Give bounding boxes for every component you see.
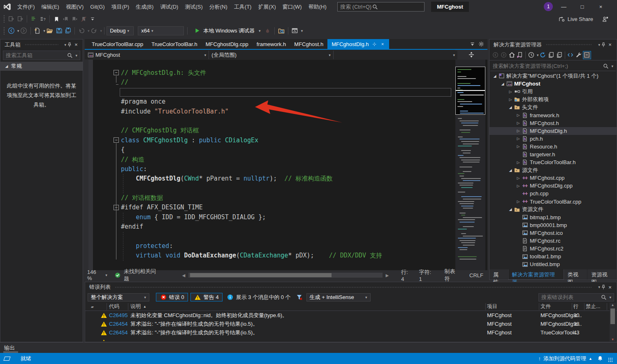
code-text[interactable]: // MFCghostDlg.h: 头文件//#pragma once#incl… [121, 68, 454, 261]
editor-tab[interactable]: TrueColorToolBar.h [147, 39, 202, 49]
code-line[interactable]: // [121, 78, 454, 87]
expand-arrow-icon[interactable]: ▷ [515, 199, 521, 204]
member-scope-select[interactable]: ▾ [334, 51, 457, 59]
code-line[interactable]: // MFCghostDlg.h: 头文件 [121, 68, 454, 78]
panel-drag-area[interactable] [546, 44, 592, 46]
collapse-arrow-icon[interactable]: ◢ [508, 105, 513, 109]
toolbox-search-input[interactable]: 搜索工具箱 ▾ [3, 51, 80, 60]
view-code-button[interactable] [566, 50, 575, 60]
tree-item[interactable]: ▷++MFCghostDlg.cpp [489, 182, 617, 190]
editor-tab[interactable]: MFCghost.h [290, 39, 327, 49]
tree-item[interactable]: ◢源文件 [489, 166, 617, 174]
bookmark-clear-button[interactable] [79, 14, 88, 24]
menu-help[interactable]: 帮助(H) [305, 0, 330, 14]
se-back-button[interactable] [491, 50, 499, 60]
tree-item[interactable]: ◢资源文件 [489, 206, 617, 213]
solution-configuration-select[interactable]: Debug▾ [107, 26, 134, 35]
add-to-source-control-button[interactable]: ↑ 添加到源代码管理 ▲ [538, 355, 592, 362]
scroll-right-icon[interactable]: ▶ [386, 273, 389, 278]
editor-tab[interactable]: TrueColorToolBar.cpp [88, 39, 147, 49]
tree-item[interactable]: htargetver.h [489, 151, 617, 158]
project-column-header[interactable]: 项目 [487, 302, 497, 311]
open-file-button[interactable] [45, 26, 54, 36]
code-line[interactable]: virtual void DoDataExchange(CDataExchang… [121, 251, 454, 260]
collapse-arrow-icon[interactable]: ◢ [508, 168, 513, 172]
tree-item[interactable]: ▷外部依赖项 [489, 95, 617, 103]
code-line[interactable]: // 对话框数据 [121, 193, 454, 203]
editor-splitter-handle[interactable] [455, 50, 487, 60]
expand-arrow-icon[interactable]: ▷ [515, 113, 521, 117]
error-list-scrollbar[interactable]: ▲ ▼ [610, 303, 616, 341]
active-documents-button[interactable] [468, 39, 477, 49]
tree-item[interactable]: ▷引用 [489, 88, 617, 95]
code-line[interactable] [121, 232, 454, 241]
tree-item[interactable]: ++pch.cpp [489, 190, 617, 197]
code-line[interactable]: class CMFCghostDlg : public CDialogEx [121, 136, 454, 145]
tool-window-tab[interactable]: 类视图 [564, 269, 588, 280]
new-file-button[interactable] [33, 26, 42, 36]
doc-export-2-button[interactable] [16, 14, 25, 24]
menu-window[interactable]: 窗口(W) [279, 0, 305, 14]
solution-explorer-toggle-button[interactable] [290, 26, 299, 36]
home-button[interactable] [508, 50, 516, 60]
expand-arrow-icon[interactable]: ▷ [515, 184, 521, 188]
error-list-row[interactable]: C26495未初始化变量 CMFCghostDlg::nid。始终初始化成员变量… [85, 311, 617, 320]
breakpoint-margin[interactable] [85, 60, 88, 270]
tree-item[interactable]: ◢解决方案"MFCghost"(1 个项目/共 1 个) [489, 72, 617, 80]
file-column-header[interactable]: 文件 [540, 302, 551, 311]
sync-active-document-button[interactable] [516, 50, 524, 60]
expand-arrow-icon[interactable]: ▷ [515, 137, 521, 141]
project-scope-select[interactable]: ++ MFCghost ▾ [85, 51, 209, 59]
errors-filter-button[interactable]: 错误 0 [156, 293, 188, 301]
close-panel-icon[interactable]: × [73, 42, 79, 48]
menu-edit[interactable]: 编辑(E) [38, 0, 63, 14]
menu-git[interactable]: Git(G) [87, 0, 108, 14]
code-line[interactable]: #endif [121, 222, 454, 232]
minimize-button[interactable]: — [554, 0, 573, 14]
tree-item[interactable]: ◢++MFCghost [489, 80, 617, 88]
menu-analyze[interactable]: 分析(N) [206, 0, 231, 14]
list-members-button[interactable] [29, 14, 38, 24]
tree-item[interactable]: ▷hResource.h [489, 143, 617, 151]
error-code-link[interactable]: C26495 [109, 311, 128, 320]
scroll-left-icon[interactable]: ◀ [182, 273, 186, 278]
code-line[interactable] [121, 88, 454, 97]
find-in-files-button[interactable] [277, 26, 286, 36]
fold-marker-icon[interactable]: − [114, 70, 119, 75]
expand-arrow-icon[interactable]: ▷ [515, 121, 521, 125]
save-all-button[interactable] [63, 26, 72, 36]
error-list-row[interactable]: C26454算术溢出: "-"操作在编译时生成负的无符号结果(io.5)。MFC… [85, 320, 617, 328]
code-line[interactable] [121, 116, 454, 126]
tree-item[interactable]: ▷hframework.h [489, 111, 617, 119]
expand-arrow-icon[interactable]: ▷ [508, 90, 513, 94]
navigate-forward-button[interactable] [19, 26, 28, 36]
overflow-down-button[interactable] [88, 14, 97, 24]
description-column-header[interactable]: 说明▲ [130, 302, 146, 311]
collapse-arrow-icon[interactable]: ◢ [508, 207, 513, 211]
error-scope-select[interactable]: 整个解决方案▾ [88, 293, 149, 301]
tool-window-tab[interactable]: 资源视图 [587, 269, 617, 280]
se-forward-button[interactable] [499, 50, 508, 60]
code-line[interactable] [121, 184, 454, 193]
redo-button[interactable] [90, 26, 99, 36]
save-button[interactable] [54, 26, 63, 36]
expand-arrow-icon[interactable]: ▷ [515, 176, 521, 180]
severity-column-header[interactable]: ▰ [91, 302, 94, 311]
status-tabs-mode[interactable]: 制表符 [444, 268, 460, 283]
horizontal-scrollbar[interactable] [188, 273, 382, 278]
minimap-viewport[interactable] [455, 67, 485, 115]
error-list-row-partial[interactable]: C26454 [85, 337, 617, 341]
menu-debug[interactable]: 调试(D) [157, 0, 181, 14]
error-code-link[interactable]: C26454 [109, 320, 128, 328]
error-code-link[interactable]: C26454 [109, 328, 128, 337]
expand-arrow-icon[interactable]: ▷ [515, 129, 521, 133]
bookmark-next-button[interactable] [70, 14, 79, 24]
menu-project[interactable]: 项目(P) [108, 0, 132, 14]
resize-grip[interactable] [608, 357, 613, 362]
list-help-button[interactable]: ? [38, 14, 47, 24]
error-search-input[interactable]: 搜索错误列表 ▾ [538, 293, 614, 301]
solution-platform-select[interactable]: x64▾ [138, 26, 184, 35]
code-line[interactable]: // 构造 [121, 155, 454, 165]
menu-extensions[interactable]: 扩展(X) [255, 0, 279, 14]
suppress-column-header[interactable]: 禁止... [586, 302, 600, 311]
